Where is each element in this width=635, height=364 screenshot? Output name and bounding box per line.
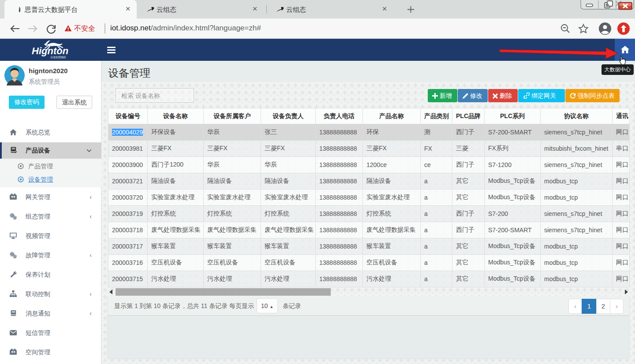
svg-text:Hignton: Hignton — [32, 45, 68, 56]
svg-text:乐迪智慧物联: 乐迪智慧物联 — [50, 56, 66, 59]
